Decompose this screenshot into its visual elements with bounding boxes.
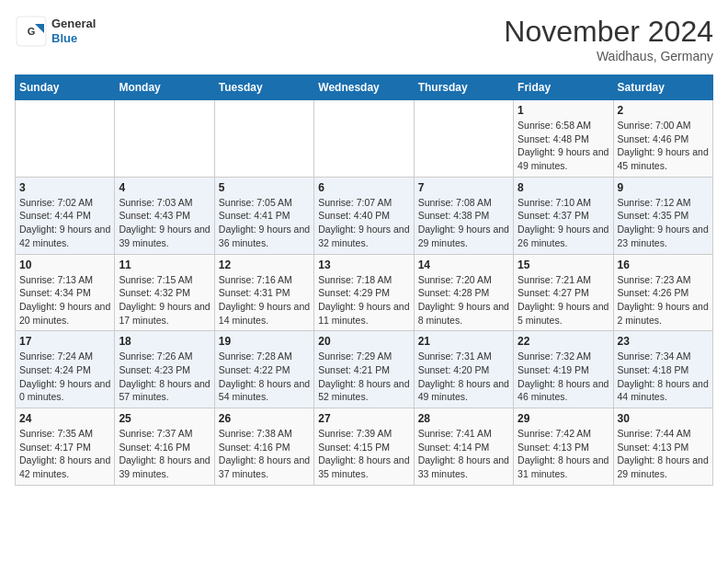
logo: G General Blue xyxy=(15,15,96,48)
calendar-cell: 10Sunrise: 7:13 AM Sunset: 4:34 PM Dayli… xyxy=(16,254,115,331)
day-number: 9 xyxy=(618,181,709,194)
day-info: Sunrise: 7:20 AM Sunset: 4:28 PM Dayligh… xyxy=(418,273,509,327)
day-info: Sunrise: 7:44 AM Sunset: 4:13 PM Dayligh… xyxy=(618,427,709,481)
day-number: 11 xyxy=(119,259,210,271)
calendar-cell: 27Sunrise: 7:39 AM Sunset: 4:15 PM Dayli… xyxy=(314,408,414,486)
day-number: 18 xyxy=(119,335,210,348)
day-number: 19 xyxy=(219,335,310,348)
day-number: 23 xyxy=(618,335,709,348)
calendar-cell: 15Sunrise: 7:21 AM Sunset: 4:27 PM Dayli… xyxy=(514,254,613,331)
day-number: 27 xyxy=(318,412,409,425)
calendar-cell: 2Sunrise: 7:00 AM Sunset: 4:46 PM Daylig… xyxy=(613,100,712,178)
calendar-cell: 3Sunrise: 7:02 AM Sunset: 4:44 PM Daylig… xyxy=(16,177,115,254)
day-number: 7 xyxy=(418,181,509,194)
day-number: 26 xyxy=(219,412,310,425)
calendar-cell: 13Sunrise: 7:18 AM Sunset: 4:29 PM Dayli… xyxy=(314,254,414,331)
calendar-cell: 25Sunrise: 7:37 AM Sunset: 4:16 PM Dayli… xyxy=(115,408,214,486)
calendar-cell xyxy=(115,100,214,178)
day-info: Sunrise: 7:08 AM Sunset: 4:38 PM Dayligh… xyxy=(418,196,509,250)
calendar-cell: 21Sunrise: 7:31 AM Sunset: 4:20 PM Dayli… xyxy=(414,331,513,408)
month-title: November 2024 xyxy=(504,15,713,49)
day-info: Sunrise: 7:00 AM Sunset: 4:46 PM Dayligh… xyxy=(618,119,709,173)
day-info: Sunrise: 7:39 AM Sunset: 4:15 PM Dayligh… xyxy=(318,427,409,481)
day-number: 29 xyxy=(518,412,609,425)
day-info: Sunrise: 7:05 AM Sunset: 4:41 PM Dayligh… xyxy=(219,196,310,250)
calendar-cell: 6Sunrise: 7:07 AM Sunset: 4:40 PM Daylig… xyxy=(314,177,414,254)
day-info: Sunrise: 7:12 AM Sunset: 4:35 PM Dayligh… xyxy=(618,196,709,250)
day-number: 28 xyxy=(418,412,509,425)
day-number: 16 xyxy=(618,259,709,271)
logo-blue: Blue xyxy=(51,31,96,46)
calendar-cell xyxy=(16,100,115,178)
day-info: Sunrise: 7:16 AM Sunset: 4:31 PM Dayligh… xyxy=(219,273,310,327)
calendar-cell: 19Sunrise: 7:28 AM Sunset: 4:22 PM Dayli… xyxy=(214,331,313,408)
calendar-cell: 22Sunrise: 7:32 AM Sunset: 4:19 PM Dayli… xyxy=(514,331,613,408)
day-info: Sunrise: 7:03 AM Sunset: 4:43 PM Dayligh… xyxy=(119,196,210,250)
day-number: 17 xyxy=(19,335,110,348)
day-info: Sunrise: 6:58 AM Sunset: 4:48 PM Dayligh… xyxy=(518,119,609,173)
weekday-header: Tuesday xyxy=(214,75,313,100)
day-number: 6 xyxy=(318,181,409,194)
day-info: Sunrise: 7:35 AM Sunset: 4:17 PM Dayligh… xyxy=(19,427,110,481)
calendar-cell xyxy=(414,100,513,178)
day-number: 3 xyxy=(19,181,110,194)
calendar-cell: 4Sunrise: 7:03 AM Sunset: 4:43 PM Daylig… xyxy=(115,177,214,254)
title-area: November 2024 Waidhaus, Germany xyxy=(504,15,713,63)
day-info: Sunrise: 7:26 AM Sunset: 4:23 PM Dayligh… xyxy=(119,350,210,404)
day-number: 24 xyxy=(19,412,110,425)
day-info: Sunrise: 7:34 AM Sunset: 4:18 PM Dayligh… xyxy=(618,350,709,404)
day-info: Sunrise: 7:23 AM Sunset: 4:26 PM Dayligh… xyxy=(618,273,709,327)
calendar-cell: 9Sunrise: 7:12 AM Sunset: 4:35 PM Daylig… xyxy=(613,177,712,254)
day-info: Sunrise: 7:31 AM Sunset: 4:20 PM Dayligh… xyxy=(418,350,509,404)
day-info: Sunrise: 7:07 AM Sunset: 4:40 PM Dayligh… xyxy=(318,196,409,250)
weekday-header: Wednesday xyxy=(314,75,414,100)
day-number: 22 xyxy=(518,335,609,348)
day-number: 30 xyxy=(618,412,709,425)
calendar-cell: 28Sunrise: 7:41 AM Sunset: 4:14 PM Dayli… xyxy=(414,408,513,486)
calendar-cell: 30Sunrise: 7:44 AM Sunset: 4:13 PM Dayli… xyxy=(613,408,712,486)
calendar-cell: 7Sunrise: 7:08 AM Sunset: 4:38 PM Daylig… xyxy=(414,177,513,254)
calendar-cell: 20Sunrise: 7:29 AM Sunset: 4:21 PM Dayli… xyxy=(314,331,414,408)
weekday-header: Friday xyxy=(514,75,613,100)
day-info: Sunrise: 7:29 AM Sunset: 4:21 PM Dayligh… xyxy=(318,350,409,404)
day-info: Sunrise: 7:41 AM Sunset: 4:14 PM Dayligh… xyxy=(418,427,509,481)
calendar-cell: 24Sunrise: 7:35 AM Sunset: 4:17 PM Dayli… xyxy=(16,408,115,486)
day-info: Sunrise: 7:42 AM Sunset: 4:13 PM Dayligh… xyxy=(518,427,609,481)
day-number: 21 xyxy=(418,335,509,348)
calendar-cell: 11Sunrise: 7:15 AM Sunset: 4:32 PM Dayli… xyxy=(115,254,214,331)
calendar-cell: 26Sunrise: 7:38 AM Sunset: 4:16 PM Dayli… xyxy=(214,408,313,486)
day-info: Sunrise: 7:38 AM Sunset: 4:16 PM Dayligh… xyxy=(219,427,310,481)
calendar-cell: 18Sunrise: 7:26 AM Sunset: 4:23 PM Dayli… xyxy=(115,331,214,408)
day-info: Sunrise: 7:15 AM Sunset: 4:32 PM Dayligh… xyxy=(119,273,210,327)
day-info: Sunrise: 7:37 AM Sunset: 4:16 PM Dayligh… xyxy=(119,427,210,481)
svg-text:G: G xyxy=(28,26,36,37)
header: G General Blue November 2024 Waidhaus, G… xyxy=(15,15,713,63)
calendar-cell: 29Sunrise: 7:42 AM Sunset: 4:13 PM Dayli… xyxy=(514,408,613,486)
weekday-header: Monday xyxy=(115,75,214,100)
calendar-cell: 17Sunrise: 7:24 AM Sunset: 4:24 PM Dayli… xyxy=(16,331,115,408)
calendar-cell: 5Sunrise: 7:05 AM Sunset: 4:41 PM Daylig… xyxy=(214,177,313,254)
day-info: Sunrise: 7:28 AM Sunset: 4:22 PM Dayligh… xyxy=(219,350,310,404)
day-info: Sunrise: 7:32 AM Sunset: 4:19 PM Dayligh… xyxy=(518,350,609,404)
day-number: 5 xyxy=(219,181,310,194)
day-number: 2 xyxy=(618,104,709,117)
location: Waidhaus, Germany xyxy=(504,49,713,63)
calendar-cell xyxy=(314,100,414,178)
calendar-cell: 16Sunrise: 7:23 AM Sunset: 4:26 PM Dayli… xyxy=(613,254,712,331)
day-number: 20 xyxy=(318,335,409,348)
calendar-cell xyxy=(214,100,313,178)
weekday-header: Sunday xyxy=(16,75,115,100)
day-info: Sunrise: 7:13 AM Sunset: 4:34 PM Dayligh… xyxy=(19,273,110,327)
day-number: 25 xyxy=(119,412,210,425)
calendar-cell: 14Sunrise: 7:20 AM Sunset: 4:28 PM Dayli… xyxy=(414,254,513,331)
logo-icon: G xyxy=(15,15,48,48)
day-info: Sunrise: 7:02 AM Sunset: 4:44 PM Dayligh… xyxy=(19,196,110,250)
day-number: 15 xyxy=(518,259,609,271)
day-info: Sunrise: 7:21 AM Sunset: 4:27 PM Dayligh… xyxy=(518,273,609,327)
day-number: 1 xyxy=(518,104,609,117)
logo-general: General xyxy=(51,17,96,31)
day-number: 14 xyxy=(418,259,509,271)
day-info: Sunrise: 7:18 AM Sunset: 4:29 PM Dayligh… xyxy=(318,273,409,327)
day-number: 13 xyxy=(318,259,409,271)
day-number: 8 xyxy=(518,181,609,194)
